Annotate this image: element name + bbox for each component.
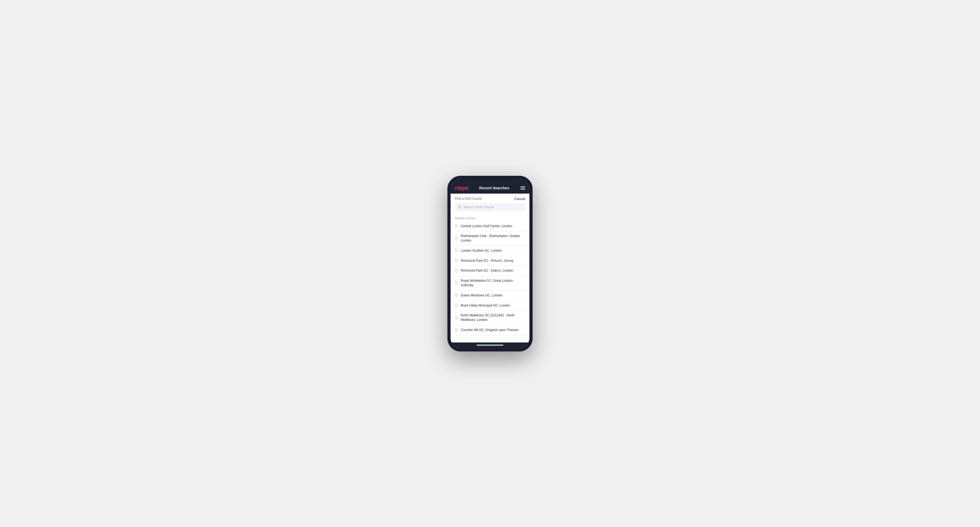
svg-point-7 <box>456 282 457 283</box>
location-pin-icon <box>455 303 458 307</box>
svg-point-8 <box>456 295 457 295</box>
location-pin-icon <box>455 269 458 273</box>
nav-title: Recent Searches <box>479 186 509 190</box>
svg-point-11 <box>456 329 457 330</box>
list-item[interactable]: Roehampton Club - Roehampton, Greater Lo… <box>450 231 530 246</box>
svg-point-4 <box>456 250 457 251</box>
list-item[interactable]: London Scottish GC, London <box>450 246 530 256</box>
svg-line-1 <box>460 208 461 209</box>
course-name: Royal Wimbledon GC, Great London Authori… <box>461 279 525 287</box>
location-pin-icon <box>455 281 458 285</box>
search-input-wrapper[interactable] <box>455 203 525 211</box>
nearby-label: Nearby courses <box>450 214 530 221</box>
search-box <box>450 203 530 214</box>
phone-device: clippd Recent Searches Find a Golf Cours… <box>447 176 533 351</box>
list-item[interactable]: Royal Wimbledon GC, Great London Authori… <box>450 276 530 290</box>
navigation-bar: clippd Recent Searches <box>450 183 530 194</box>
course-name: Richmond Park GC - Duke's, London <box>461 268 513 273</box>
course-name: North Middlesex GC (1011942 - North Midd… <box>461 313 525 322</box>
search-input[interactable] <box>464 205 522 209</box>
list-item[interactable]: Central London Golf Centre, London <box>450 221 530 232</box>
location-pin-icon <box>455 294 458 297</box>
nearby-section: Nearby courses Central London Golf Centr… <box>450 214 530 335</box>
location-pin-icon <box>455 237 458 240</box>
status-bar <box>450 179 530 183</box>
course-name: Dukes Meadows GC, London <box>461 293 503 298</box>
app-logo: clippd <box>455 185 468 191</box>
find-header: Find a Golf Course Cancel <box>450 194 530 203</box>
course-name: London Scottish GC, London <box>461 248 502 253</box>
location-pin-icon <box>455 224 458 228</box>
location-pin-icon <box>455 316 458 319</box>
menu-icon[interactable] <box>520 186 525 190</box>
list-item[interactable]: Brent Valley Municipal GC, London <box>450 301 530 311</box>
list-item[interactable]: Richmond Park GC - Prince's, Surrey <box>450 256 530 266</box>
list-item[interactable]: Dukes Meadows GC, London <box>450 290 530 301</box>
home-indicator <box>450 343 530 348</box>
phone-screen: clippd Recent Searches Find a Golf Cours… <box>450 179 530 348</box>
svg-point-2 <box>456 225 457 226</box>
cancel-button[interactable]: Cancel <box>514 197 525 201</box>
svg-point-9 <box>456 305 457 305</box>
svg-point-3 <box>456 238 457 238</box>
svg-point-10 <box>456 317 457 318</box>
home-bar <box>477 344 503 346</box>
course-name: Richmond Park GC - Prince's, Surrey <box>461 259 514 263</box>
course-name: Central London Golf Centre, London <box>461 224 512 229</box>
list-item[interactable]: Richmond Park GC - Duke's, London <box>450 266 530 276</box>
svg-point-6 <box>456 270 457 271</box>
course-name: Brent Valley Municipal GC, London <box>461 303 510 308</box>
course-name: Roehampton Club - Roehampton, Greater Lo… <box>461 234 525 243</box>
list-item[interactable]: North Middlesex GC (1011942 - North Midd… <box>450 311 530 325</box>
list-item[interactable]: Coombe Hill GC, Kingston upon Thames <box>450 325 530 335</box>
svg-point-5 <box>456 260 457 261</box>
course-name: Coombe Hill GC, Kingston upon Thames <box>461 328 519 332</box>
location-pin-icon <box>455 249 458 252</box>
course-list: Central London Golf Centre, London Roeha… <box>450 221 530 335</box>
search-icon <box>458 205 461 209</box>
location-pin-icon <box>455 259 458 263</box>
content-area: Find a Golf Course Cancel Nearby courses <box>450 194 530 343</box>
location-pin-icon <box>455 328 458 332</box>
find-label: Find a Golf Course <box>455 197 482 200</box>
